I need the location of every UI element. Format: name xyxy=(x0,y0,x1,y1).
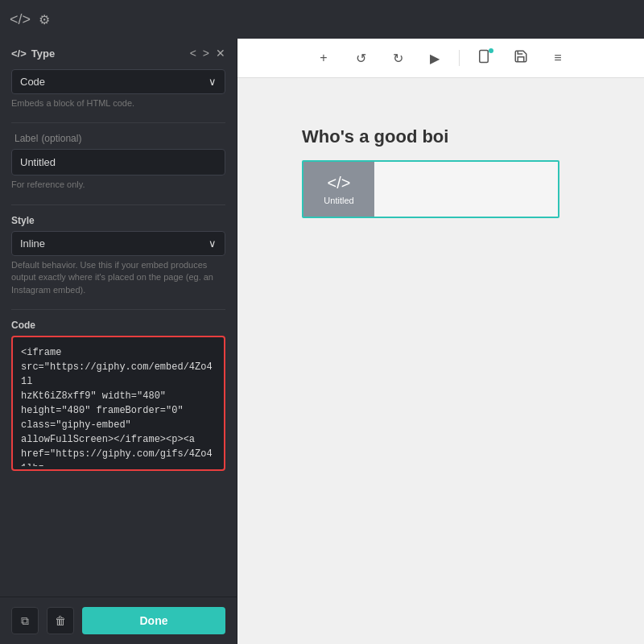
left-panel: </> Type < > ✕ Code ∨ Embeds a block of … xyxy=(0,39,237,644)
trash-button[interactable]: 🗑 xyxy=(47,607,74,634)
svg-rect-0 xyxy=(480,51,489,63)
label-hint: For reference only. xyxy=(11,179,225,191)
divider-1 xyxy=(11,122,225,123)
type-hint: Embeds a block of HTML code. xyxy=(11,97,225,109)
top-bar-left: </> ⚙ xyxy=(10,11,50,28)
nav-right-icon[interactable]: > xyxy=(203,47,209,60)
right-panel: + ↺ ↻ ▶ xyxy=(237,39,644,644)
canvas-content: Who's a good boi </> Untitled xyxy=(237,78,644,644)
label-field-label: Label(optional) xyxy=(11,133,225,144)
gear-icon[interactable]: ⚙ xyxy=(39,12,50,27)
embed-icon-area: </> Untitled xyxy=(303,162,374,217)
save-button[interactable] xyxy=(508,45,534,71)
close-icon[interactable]: ✕ xyxy=(216,47,225,60)
code-field-group: Code xyxy=(11,320,225,471)
save-icon xyxy=(514,49,528,67)
trash-icon: 🗑 xyxy=(55,614,66,627)
label-input[interactable] xyxy=(11,149,225,175)
code-area-wrapper xyxy=(11,336,225,471)
type-select[interactable]: Code ∨ xyxy=(11,69,225,94)
main-layout: </> Type < > ✕ Code ∨ Embeds a block of … xyxy=(0,39,644,644)
nav-left-icon[interactable]: < xyxy=(190,47,196,60)
mobile-button[interactable] xyxy=(471,45,497,71)
panel-type-label: Type xyxy=(31,47,55,60)
style-hint: Default behavior. Use this if your embed… xyxy=(11,259,225,296)
play-button[interactable]: ▶ xyxy=(422,45,448,71)
menu-button[interactable]: ≡ xyxy=(545,45,571,71)
panel-scroll: Code ∨ Embeds a block of HTML code. Labe… xyxy=(0,64,237,597)
style-select-chevron: ∨ xyxy=(208,237,217,250)
embed-code-icon: </> xyxy=(328,174,351,192)
panel-header-left: </> Type xyxy=(11,47,55,60)
embed-block[interactable]: </> Untitled xyxy=(302,160,559,218)
panel-code-icon: </> xyxy=(11,47,27,60)
style-select[interactable]: Inline ∨ xyxy=(11,231,225,256)
panel-footer: ⧉ 🗑 Done xyxy=(0,597,237,644)
undo-button[interactable]: ↺ xyxy=(348,45,374,71)
canvas-toolbar: + ↺ ↻ ▶ xyxy=(237,39,644,78)
embed-content-area xyxy=(374,162,558,217)
mobile-dot-indicator xyxy=(489,48,493,53)
top-bar: </> ⚙ xyxy=(0,0,644,39)
style-field-group: Style Inline ∨ Default behavior. Use thi… xyxy=(11,215,225,296)
done-button[interactable]: Done xyxy=(82,607,225,634)
code-icon: </> xyxy=(10,11,31,28)
divider-2 xyxy=(11,204,225,205)
type-select-chevron: ∨ xyxy=(208,76,217,88)
duplicate-button[interactable]: ⧉ xyxy=(11,607,39,634)
duplicate-icon: ⧉ xyxy=(21,614,29,628)
panel-header: </> Type < > ✕ xyxy=(0,39,237,64)
label-field-group: Label(optional) For reference only. xyxy=(11,133,225,191)
code-field-label: Code xyxy=(11,320,225,331)
type-select-value: Code xyxy=(20,76,45,88)
add-button[interactable]: + xyxy=(311,45,336,71)
style-field-label: Style xyxy=(11,215,225,226)
page-title: Who's a good boi xyxy=(302,126,580,147)
panel-header-right: < > ✕ xyxy=(190,47,225,60)
style-select-value: Inline xyxy=(20,237,45,250)
redo-button[interactable]: ↻ xyxy=(385,45,411,71)
embed-block-label: Untitled xyxy=(324,196,353,205)
toolbar-divider xyxy=(459,50,460,66)
type-field-group: Code ∨ Embeds a block of HTML code. xyxy=(11,69,225,109)
code-textarea[interactable] xyxy=(13,337,224,466)
divider-3 xyxy=(11,309,225,310)
